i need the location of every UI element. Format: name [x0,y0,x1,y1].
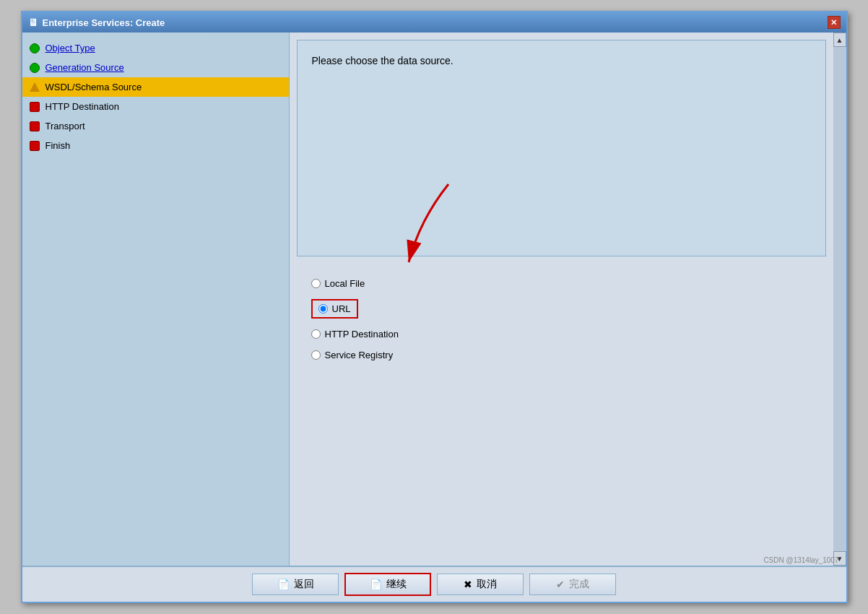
continue-label: 继续 [386,578,407,591]
window-title: Enterprise Services: Create [43,17,165,28]
finish-button[interactable]: ✔ 完成 [529,574,616,595]
back-button[interactable]: 📄 返回 [252,574,339,595]
local-file-option[interactable]: Local File [311,278,812,289]
scrollbar[interactable]: ▲ ▼ [833,33,846,566]
service-registry-label[interactable]: Service Registry [325,350,394,360]
toolbar: 📄 返回 📄 继续 ✖ 取消 ✔ 完成 [22,566,846,602]
scroll-up-button[interactable]: ▲ [833,33,846,47]
continue-button[interactable]: 📄 继续 [344,573,431,596]
back-icon: 📄 [277,579,290,590]
title-bar-left: 🖥 Enterprise Services: Create [28,17,165,28]
local-file-label[interactable]: Local File [325,278,365,289]
sidebar-item-http-destination[interactable]: HTTP Destination [22,97,289,116]
http-destination-radio[interactable] [311,329,321,339]
finish-label: Finish [45,140,71,151]
status-icon-green-2 [30,63,40,73]
url-radio[interactable] [318,304,328,314]
url-highlight-box: URL [311,299,358,319]
window-icon: 🖥 [28,17,38,28]
sidebar-item-transport[interactable]: Transport [22,116,289,136]
info-text: Please choose the data source. [312,55,453,66]
status-icon-red-2 [30,121,40,131]
sidebar-item-generation-source[interactable]: Generation Source [22,58,289,77]
sidebar: Object Type Generation Source WSDL/Schem… [22,33,290,566]
close-button[interactable]: ✕ [828,16,841,29]
cancel-button[interactable]: ✖ 取消 [437,574,524,595]
cancel-icon: ✖ [464,579,472,590]
url-label[interactable]: URL [332,303,351,314]
info-panel: Please choose the data source. [297,40,826,256]
finish-label: 完成 [569,578,589,591]
wsdl-schema-label: WSDL/Schema Source [45,82,142,92]
sidebar-item-wsdl-schema[interactable]: WSDL/Schema Source [22,77,289,97]
http-destination-option[interactable]: HTTP Destination [311,329,812,340]
cancel-label: 取消 [477,578,497,591]
sidebar-item-object-type[interactable]: Object Type [22,38,289,58]
dialog-window: 🖥 Enterprise Services: Create ✕ Object T… [21,11,848,603]
http-destination-label: HTTP Destination [45,101,119,112]
status-icon-green-1 [30,43,40,53]
generation-source-link[interactable]: Generation Source [45,62,124,73]
http-destination-option-label[interactable]: HTTP Destination [325,329,399,340]
back-label: 返回 [294,578,314,591]
finish-icon: ✔ [556,579,565,590]
options-panel: Local File URL [290,264,826,566]
content-area: ▲ ▼ Please choose the data source. [290,33,846,566]
url-option[interactable]: URL [311,299,812,319]
scroll-track [833,47,846,551]
sidebar-item-finish[interactable]: Finish [22,136,289,155]
watermark: CSDN @1314lay_1007 [763,556,838,564]
dialog-body: Object Type Generation Source WSDL/Schem… [22,33,846,566]
status-icon-warning [30,82,40,92]
title-bar: 🖥 Enterprise Services: Create ✕ [22,12,846,33]
status-icon-red-1 [30,102,40,112]
service-registry-radio[interactable] [311,350,321,360]
transport-label: Transport [45,121,85,131]
local-file-radio[interactable] [311,279,321,288]
object-type-link[interactable]: Object Type [45,43,95,53]
service-registry-option[interactable]: Service Registry [311,350,812,360]
continue-icon: 📄 [370,579,382,590]
status-icon-red-3 [30,141,40,151]
